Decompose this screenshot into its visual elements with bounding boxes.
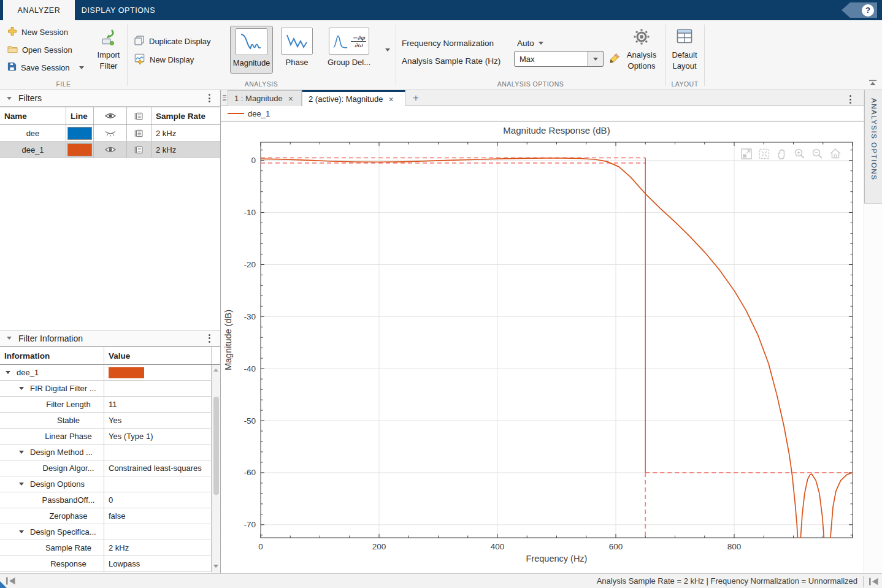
- line-color-swatch: [109, 367, 144, 378]
- info-row-fir-digital-filter[interactable]: FIR Digital Filter ...: [0, 381, 220, 397]
- group-delay-button[interactable]: −∂φ∂ω Group Del...: [322, 26, 376, 74]
- filters-menu-icon[interactable]: [209, 94, 210, 102]
- edit-pencil-icon[interactable]: [608, 52, 621, 66]
- filter-row-dee[interactable]: dee2 kHz: [0, 125, 220, 142]
- info-row-stable[interactable]: StableYes: [0, 413, 220, 429]
- expand-triangle-icon[interactable]: [19, 451, 24, 454]
- info-row-design-method[interactable]: Design Method ...: [0, 445, 220, 460]
- column-header-line: Line: [66, 107, 94, 124]
- info-row-design-algor[interactable]: Design Algor...Constrained least-squares: [0, 460, 220, 476]
- help-button[interactable]: ?: [862, 4, 874, 17]
- analysis-options-side-tab[interactable]: ANALYSIS OPTIONS: [864, 90, 882, 204]
- scrollbar[interactable]: [212, 365, 220, 573]
- analysis-sample-rate-input[interactable]: Max: [514, 51, 588, 67]
- legend-label: dee_1: [248, 109, 270, 118]
- info-label: PassbandOff...: [0, 492, 104, 508]
- default-layout-label[interactable]: DefaultLayout: [666, 50, 703, 72]
- y-axis-label: Magnitude (dB): [223, 310, 233, 370]
- y-tick-label: -20: [244, 260, 256, 269]
- info-row-design-options[interactable]: Design Options: [0, 476, 220, 492]
- chevron-down-icon[interactable]: [79, 66, 84, 69]
- home-icon[interactable]: [829, 147, 842, 161]
- scroll-up-icon[interactable]: [213, 368, 218, 372]
- expand-triangle-icon[interactable]: [6, 371, 10, 374]
- display-tab-1[interactable]: 1 : Magnitude ×: [228, 90, 302, 106]
- close-icon[interactable]: ×: [288, 94, 293, 104]
- eye-closed-icon[interactable]: [94, 125, 127, 141]
- collapse-right-panel-icon[interactable]: [863, 576, 880, 587]
- analysis-sample-rate-dropdown[interactable]: [588, 51, 604, 67]
- phase-response-button[interactable]: Phase: [278, 26, 316, 74]
- info-value: Constrained least-squares: [104, 460, 212, 476]
- tabstrip-menu-icon[interactable]: [849, 95, 851, 104]
- info-row-passbandoff[interactable]: PassbandOff...0: [0, 492, 220, 508]
- drag-handle-icon[interactable]: [223, 95, 226, 101]
- analysis-options-section-label: ANALYSIS OPTIONS: [396, 80, 665, 88]
- filter-row-dee_1[interactable]: dee_12 kHz: [0, 142, 220, 158]
- layout-section-label: LAYOUT: [665, 80, 704, 88]
- pan-icon[interactable]: [775, 147, 789, 161]
- info-row-response[interactable]: ResponseLowpass: [0, 556, 220, 572]
- ribbon-tab-display-options[interactable]: DISPLAY OPTIONS: [75, 0, 162, 20]
- expand-triangle-icon[interactable]: [19, 530, 24, 533]
- phase-response-icon: [281, 28, 313, 55]
- chart-canvas[interactable]: 02004006008000-10-20-30-40-50-60-70Magni…: [221, 121, 864, 573]
- line-color-swatch[interactable]: [66, 142, 94, 158]
- close-icon[interactable]: ×: [388, 94, 393, 104]
- zoom-out-icon[interactable]: [811, 147, 824, 161]
- collapse-ribbon-icon[interactable]: [869, 79, 877, 88]
- expand-triangle-icon[interactable]: [19, 387, 24, 390]
- frequency-normalization-dropdown[interactable]: Auto: [517, 36, 543, 50]
- display-tab-2-label: 2 (active): Magnitude: [309, 94, 383, 104]
- annotation-icon[interactable]: [127, 125, 151, 141]
- plus-icon: [7, 26, 17, 38]
- info-row-linear-phase[interactable]: Linear PhaseYes (Type 1): [0, 429, 220, 445]
- open-session-button[interactable]: Open Session: [7, 43, 72, 56]
- info-value: [104, 365, 212, 380]
- filter-name: dee: [0, 125, 66, 141]
- default-layout-button[interactable]: [675, 27, 694, 47]
- ribbon: New Session Open Session Save Session Im…: [0, 20, 882, 90]
- info-value: 0: [104, 492, 212, 508]
- collapse-triangle-icon[interactable]: [7, 97, 12, 100]
- add-display-button[interactable]: +: [408, 91, 423, 105]
- ribbon-tab-analyzer[interactable]: ANALYZER: [3, 0, 75, 20]
- zoom-in-icon[interactable]: [793, 147, 807, 161]
- collapse-left-panel-icon[interactable]: [5, 576, 17, 587]
- info-row-zerophase[interactable]: Zerophasefalse: [0, 508, 220, 524]
- info-row-sample-rate[interactable]: Sample Rate2 kHz: [0, 540, 220, 556]
- fit-view-icon[interactable]: [757, 147, 771, 161]
- analysis-gallery-dropdown[interactable]: [380, 26, 395, 74]
- scrollbar-thumb[interactable]: [213, 397, 219, 495]
- filters-table-header: NameLineSample Rate: [0, 107, 220, 125]
- x-axis-label: Frequency (Hz): [526, 554, 588, 563]
- new-display-button[interactable]: New Display: [134, 53, 194, 66]
- info-row-dee-1[interactable]: dee_1: [0, 365, 220, 381]
- import-filter-label[interactable]: ImportFilter: [90, 50, 128, 72]
- magnitude-response-button[interactable]: Magnitude: [230, 26, 273, 74]
- y-tick-label: -70: [244, 520, 256, 529]
- x-tick-label: 0: [258, 542, 263, 551]
- eye-open-icon[interactable]: [94, 142, 127, 158]
- annotation-icon[interactable]: [127, 142, 151, 158]
- info-row-design-specifica[interactable]: Design Specifica...: [0, 524, 220, 540]
- x-tick-label: 400: [491, 542, 505, 551]
- display-tab-2[interactable]: 2 (active): Magnitude ×: [302, 90, 405, 106]
- analysis-options-button[interactable]: [632, 28, 651, 48]
- magnitude-response-plot[interactable]: 02004006008000-10-20-30-40-50-60-70Magni…: [221, 121, 864, 573]
- save-session-button[interactable]: Save Session: [7, 61, 84, 74]
- info-row-filter-length[interactable]: Filter Length11: [0, 397, 220, 413]
- group-delay-icon: −∂φ∂ω: [329, 28, 369, 55]
- analysis-options-label[interactable]: AnalysisOptions: [621, 50, 662, 72]
- export-view-icon[interactable]: [740, 147, 753, 161]
- duplicate-display-button[interactable]: Duplicate Display: [134, 34, 210, 48]
- info-value: [104, 524, 212, 540]
- expand-triangle-icon[interactable]: [19, 483, 24, 486]
- scroll-down-icon[interactable]: [213, 565, 218, 568]
- line-color-swatch[interactable]: [66, 125, 94, 141]
- y-tick-label: -50: [244, 416, 256, 426]
- filter-information-menu-icon[interactable]: [209, 334, 210, 343]
- new-session-button[interactable]: New Session: [7, 25, 68, 39]
- collapse-triangle-icon[interactable]: [7, 337, 12, 340]
- import-filter-button[interactable]: [100, 29, 117, 48]
